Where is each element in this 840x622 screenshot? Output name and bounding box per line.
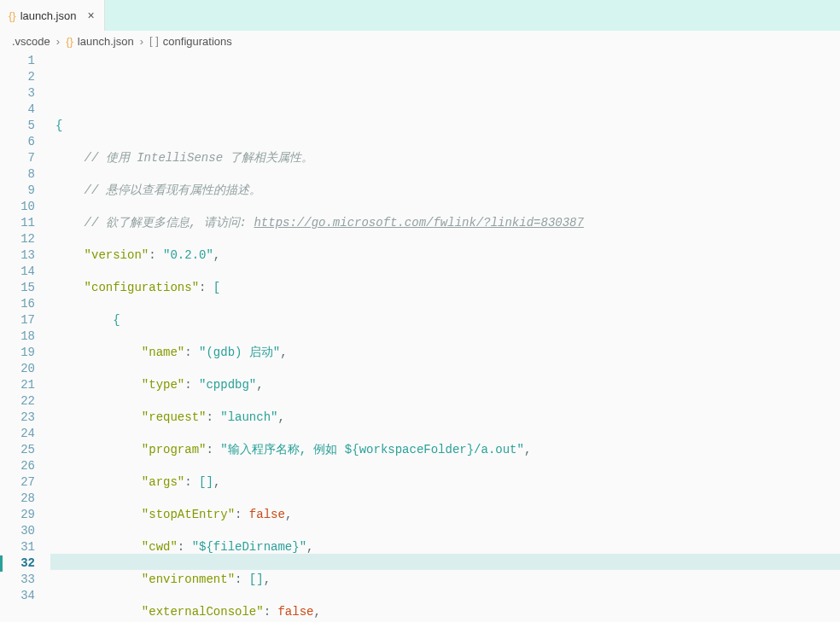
code-area[interactable]: { // 使用 IntelliSense 了解相关属性。 // 悬停以查看现有属… [50, 51, 840, 622]
tab-bar: {} launch.json × [0, 0, 840, 31]
code-editor[interactable]: 1 2 3 4 5 6 7 8 9 10 11 12 13 14 15 16 1… [0, 51, 840, 622]
chevron-right-icon: › [140, 35, 143, 48]
line-number-gutter: 1 2 3 4 5 6 7 8 9 10 11 12 13 14 15 16 1… [0, 51, 50, 622]
tab-launch-json[interactable]: {} launch.json × [0, 0, 105, 31]
json-icon: {} [66, 35, 73, 48]
breadcrumb-seg-file[interactable]: launch.json [78, 35, 134, 48]
close-icon[interactable]: × [84, 9, 97, 22]
breadcrumb-seg-folder[interactable]: .vscode [12, 35, 50, 48]
breadcrumb[interactable]: .vscode › {} launch.json › [ ] configura… [0, 31, 840, 51]
json-icon: {} [9, 9, 16, 22]
chevron-right-icon: › [56, 35, 60, 48]
breadcrumb-seg-symbol[interactable]: configurations [163, 35, 232, 48]
array-icon: [ ] [149, 34, 159, 47]
tab-filename: launch.json [20, 9, 77, 22]
gutter-current-marker [0, 555, 3, 572]
